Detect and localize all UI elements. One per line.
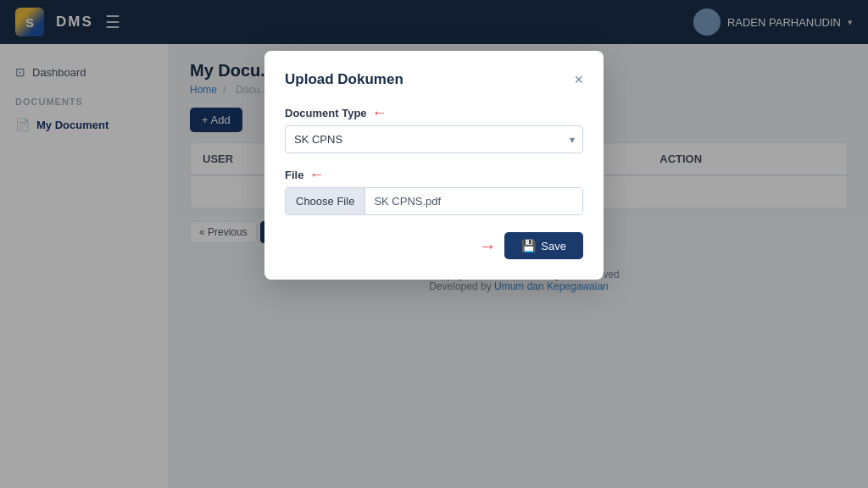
document-type-group: Document Type ← SK CPNS SK Pangkat SK Ja… bbox=[285, 105, 583, 153]
modal-overlay: Upload Dokumen × Document Type ← SK CPNS… bbox=[0, 0, 868, 488]
file-input-group: Choose File SK CPNS.pdf bbox=[285, 187, 583, 215]
file-label: File ← bbox=[285, 167, 583, 182]
modal-close-button[interactable]: × bbox=[574, 72, 583, 87]
document-type-arrow: ← bbox=[372, 105, 387, 120]
modal-footer: → 💾 Save bbox=[285, 232, 583, 259]
document-type-label: Document Type ← bbox=[285, 105, 583, 120]
save-label: Save bbox=[541, 240, 566, 252]
save-icon: 💾 bbox=[521, 239, 536, 252]
document-type-select-wrapper: SK CPNS SK Pangkat SK Jabatan ▾ bbox=[285, 125, 583, 153]
modal-title: Upload Dokumen bbox=[285, 71, 403, 88]
file-name-display: SK CPNS.pdf bbox=[365, 188, 582, 214]
save-button[interactable]: 💾 Save bbox=[504, 232, 583, 259]
upload-modal: Upload Dokumen × Document Type ← SK CPNS… bbox=[264, 51, 604, 280]
file-group: File ← Choose File SK CPNS.pdf bbox=[285, 167, 583, 215]
choose-file-button[interactable]: Choose File bbox=[286, 188, 365, 214]
modal-header: Upload Dokumen × bbox=[285, 71, 583, 88]
file-arrow: ← bbox=[309, 167, 324, 182]
document-type-select[interactable]: SK CPNS SK Pangkat SK Jabatan bbox=[285, 125, 583, 153]
save-arrow-hint: → bbox=[479, 236, 496, 256]
